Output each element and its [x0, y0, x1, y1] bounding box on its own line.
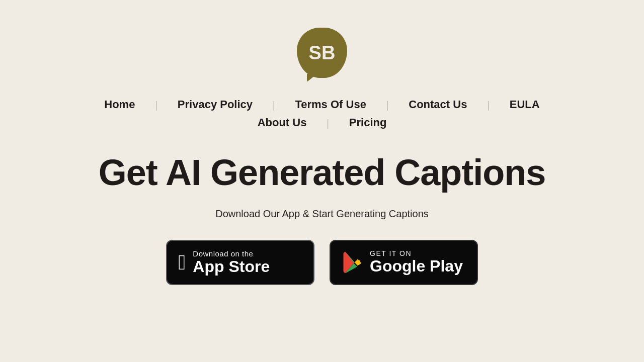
google-play-button[interactable]: GET IT ON Google Play: [330, 240, 478, 285]
nav-contact[interactable]: Contact Us: [409, 98, 467, 111]
google-play-text: GET IT ON Google Play: [370, 249, 463, 275]
nav-privacy[interactable]: Privacy Policy: [178, 98, 253, 111]
nav-row-2: About Us | Pricing: [258, 116, 387, 129]
hero-title: Get AI Generated Captions: [99, 152, 546, 193]
google-play-big-label: Google Play: [370, 257, 463, 275]
google-play-icon: [342, 252, 363, 273]
google-play-small-label: GET IT ON: [370, 249, 463, 257]
app-store-text: Download on the App Store: [193, 249, 270, 276]
hero-subtitle: Download Our App & Start Generating Capt…: [215, 208, 429, 220]
download-buttons:  Download on the App Store GET IT ON Go…: [166, 240, 478, 285]
nav-row-1: Home | Privacy Policy | Terms Of Use | C…: [104, 98, 539, 111]
nav-about[interactable]: About Us: [258, 116, 307, 129]
logo-text: SB: [309, 42, 336, 64]
app-store-small-label: Download on the: [193, 249, 270, 258]
app-store-big-label: App Store: [193, 258, 270, 276]
apple-icon: : [178, 252, 186, 273]
navigation: Home | Privacy Policy | Terms Of Use | C…: [104, 98, 539, 129]
logo-container: SB: [297, 28, 347, 78]
logo[interactable]: SB: [297, 28, 347, 78]
hero-section: Get AI Generated Captions Download Our A…: [99, 152, 546, 285]
nav-terms[interactable]: Terms Of Use: [295, 98, 366, 111]
nav-pricing[interactable]: Pricing: [349, 116, 387, 129]
nav-home[interactable]: Home: [104, 98, 135, 111]
app-store-button[interactable]:  Download on the App Store: [166, 240, 314, 285]
nav-eula[interactable]: EULA: [510, 98, 540, 111]
